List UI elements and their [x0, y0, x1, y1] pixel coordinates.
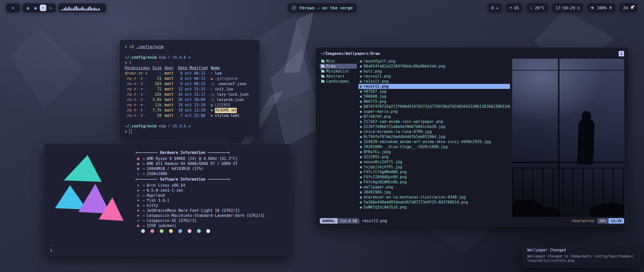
launcher-button[interactable]: ➤: [6, 3, 20, 12]
shell-prompt-line[interactable]: ❯: [125, 129, 254, 134]
file-name-cell[interactable]: ◆.gitignore: [211, 76, 254, 81]
file-name-cell[interactable]: ☸stylua.toml: [211, 113, 254, 118]
ls-table-row: .rw-r--r--7,7kmatt18 oct 13:29▼README.md: [125, 108, 254, 113]
terminal-window-nvim[interactable]: ❯ cd .config/nvim ~/.config/nvim via ☾ v…: [119, 40, 260, 137]
braces-file-icon: {}: [211, 81, 215, 87]
ls-table-row: .rw-r--r--72matt12 oct 15:32☾init.lua: [125, 87, 254, 92]
notifications-widget[interactable]: 24: [620, 3, 637, 12]
notification-popup[interactable]: Wallpaper Changed Wallpaper changed to /…: [522, 244, 640, 268]
file-name-cell[interactable]: ▼README.md: [211, 108, 254, 113]
palette-dot: [197, 229, 201, 233]
visualizer-bar: [80, 8, 82, 11]
updates-widget[interactable]: 0 ❧: [488, 3, 502, 12]
braces-file-icon: {}: [211, 97, 215, 103]
file-date: 26 oct 15:17: [178, 92, 208, 97]
file-row[interactable]: ▣217167-sad-anime-rain-wallpaper.png: [358, 119, 510, 124]
file-name-cell[interactable]: ▤LICENSE: [211, 103, 254, 108]
file-name-cell[interactable]: {}lazy-lock.json: [211, 92, 254, 97]
file-name-cell[interactable]: ☾lua: [211, 71, 254, 76]
file-row[interactable]: ▣wallpaper.png: [358, 185, 510, 190]
software-item-icon: ▣: [136, 203, 140, 208]
audio-visualizer-widget: [58, 3, 106, 12]
tab-indicator[interactable]: 1: [619, 51, 624, 56]
sidebar-item-minimalist[interactable]: Minimalist: [320, 69, 357, 74]
file-manager-window[interactable]: ~/Imagenes/Wallpapers/Draw 1 MiscDrawMin…: [315, 47, 628, 226]
ls-table-header: Permissions Size User Date Modified Name: [125, 65, 254, 71]
file-row[interactable]: ▣0c794faf07de24a4db4d4fb1eb813964.jpg: [358, 134, 510, 139]
file-row[interactable]: ▣re1sult.png: [358, 79, 510, 84]
file-row[interactable]: ▣rsjqojlmjhf91.jpg: [358, 164, 510, 169]
file-row[interactable]: ▣154928-odinokoe_anime-art-anime-okno-si…: [358, 139, 510, 144]
image-file-icon: ▣: [360, 135, 362, 139]
file-row[interactable]: ▣kurz.png: [358, 69, 510, 74]
file-row[interactable]: ▣587597.jpg: [358, 89, 510, 94]
file-row[interactable]: ▣596848.jpg: [358, 94, 510, 99]
file-name-cell[interactable]: {}.neoconf.json: [211, 81, 254, 87]
file-row[interactable]: ▣3122955.png: [358, 154, 510, 159]
shell-prompt[interactable]: ~ ❯: [50, 243, 52, 253]
file-name-cell[interactable]: {}lazyvim.json: [211, 97, 254, 103]
file-row[interactable]: ▣chica-mirando-la-luna-8799.jpg: [358, 129, 510, 134]
wallpaper-crystal: [5, 20, 91, 113]
file-row[interactable]: ▣19201080-__blue-tinge__-1920×1080.jpg: [358, 144, 510, 149]
arrow-icon: →: [142, 193, 145, 198]
lua-moon-icon: ☾: [168, 124, 170, 128]
file-row[interactable]: ▣68747470733a2f2f696d616765732d7769786d7…: [358, 104, 510, 109]
clock-widget[interactable]: 17:50:29 ◷: [552, 3, 583, 12]
visualizer-bar: [99, 8, 100, 11]
file-row-selected[interactable]: ▣result2.png: [358, 84, 510, 89]
image-file-icon: ▣: [360, 185, 362, 189]
file-row[interactable]: ▣ressdfgult.png: [358, 59, 510, 64]
music-track-label: thrown - on the verge: [299, 6, 353, 10]
desktop: { "colors": { "accent_blue": "#8aadf4", …: [0, 0, 644, 272]
volume-widget[interactable]: 100%: [587, 3, 616, 12]
terminal-window-fetch[interactable]: Hardware Information ▦→AMD Ryzen 9 5900X…: [44, 144, 290, 256]
image-file-icon: ▣: [360, 115, 362, 118]
file-name-cell[interactable]: ☾init.lua: [211, 87, 254, 92]
software-info-line: ◈→6.5.8-zen1-1-zen: [136, 188, 287, 193]
visualizer-bar: [71, 9, 72, 11]
software-info-line: ♦→fish 3.6.1: [136, 198, 287, 203]
prompt-context-line: ~/.config/nvim via ☾ v5.4.6 ✔: [125, 55, 254, 60]
sidebar-item-landscapes[interactable]: Landscapes: [320, 79, 357, 84]
image-file-icon: ▣: [360, 59, 362, 63]
file-row[interactable]: ▣EeNKYgIUcAAJ5JX.png: [358, 205, 510, 210]
file-row[interactable]: ▣FXfcHgcWIAMzs0G.png: [358, 180, 510, 185]
workspace-3-active[interactable]: ❐: [40, 5, 46, 11]
visualizer-bars: [61, 5, 104, 11]
file-row-name: 08a634fa02a32364f69ebc86a98eb1eb.png: [364, 64, 445, 69]
file-permissions: .rw-r--r--: [125, 97, 148, 103]
arrow-icon: →: [142, 161, 145, 166]
file-row-name: super-mario.png: [364, 109, 397, 114]
file-row[interactable]: ▣5a266e448add93deab367d87173e9f25-683788…: [358, 200, 510, 205]
microphone-icon: [609, 6, 612, 10]
file-row[interactable]: ▣87r687df.png: [358, 114, 510, 119]
file-row[interactable]: ▣FXfcJlTXgAMvH6R.png: [358, 169, 510, 175]
file-row[interactable]: ▣FXfcII0X0AQyn9X.png: [358, 175, 510, 180]
volume-level: 100%: [597, 6, 607, 10]
file-row[interactable]: ▣20492984.jpg: [358, 190, 510, 195]
keyboard-layout-widget[interactable]: ⌨ US: [506, 3, 522, 12]
file-row[interactable]: ▣nnvuv0xj2df71.jpg: [358, 159, 510, 164]
weather-widget[interactable]: ☾ 26°C: [527, 3, 548, 12]
file-row[interactable]: ▣08a634fa02a32364f69ebc86a98eb1eb.png: [358, 64, 510, 69]
file-row[interactable]: ▣resssult.png: [358, 74, 510, 79]
workspace-4[interactable]: ✎: [47, 5, 54, 11]
sidebar-item-draw[interactable]: Draw: [320, 64, 357, 69]
file-row[interactable]: ▣8FKa7Cu.jpeg: [358, 149, 510, 154]
palette-dot: [150, 229, 154, 233]
visualizer-bar: [74, 7, 75, 11]
file-row[interactable]: ▣866715.png: [358, 99, 510, 104]
workspace-2[interactable]: ◉: [32, 5, 39, 11]
image-file-icon: ▣: [360, 140, 362, 144]
software-item-icon: ❖: [136, 218, 140, 223]
file-row-name: kurz.png: [364, 69, 382, 74]
software-info-line: ✱→Catppuccin-Macchiato-Standard-Lavender…: [136, 213, 287, 218]
file-row[interactable]: ▣atardecer-en-la-montanas-ilustracion-63…: [358, 195, 510, 200]
music-player-widget[interactable]: ♪ thrown - on the verge: [288, 3, 356, 12]
sidebar-item-misc[interactable]: Misc: [320, 59, 357, 64]
sidebar-item-abstract[interactable]: Abstract: [320, 74, 357, 79]
workspace-1[interactable]: ◍: [25, 5, 31, 11]
file-row[interactable]: ▣super-mario.png: [358, 109, 510, 114]
file-row[interactable]: ▣3126f7e9bbf21a8a4af0b67b041c6e26.jpg: [358, 124, 510, 129]
